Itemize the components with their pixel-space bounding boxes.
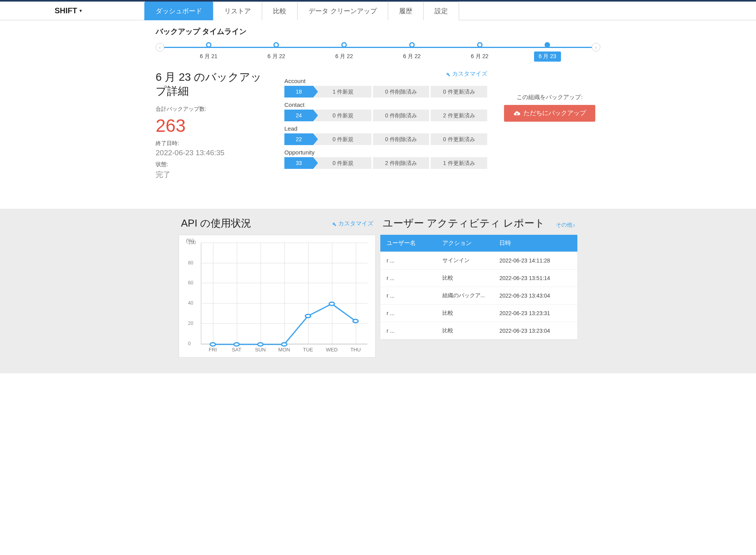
object-name: Lead [284, 125, 487, 132]
api-customize-link[interactable]: カスタマイズ [331, 220, 373, 227]
activity-table: ユーザー名アクション日時 r ...サインイン2022-06-23 14:11:… [380, 235, 577, 339]
backup-side: この組織をバックアップ: ただちにバックアップ [499, 70, 600, 184]
xtick-label: WED [320, 347, 344, 353]
object-count: 22 [284, 133, 313, 145]
api-usage-panel: API の使用状況 カスタマイズ (%) 020406080100 FRISAT… [179, 214, 376, 358]
object-updated: 0 件更新済み [431, 133, 487, 145]
timeline-dot[interactable] [341, 42, 347, 48]
ytick-label: 60 [188, 280, 193, 285]
timeline-point: 6 月 22 [456, 42, 503, 62]
timeline-dot[interactable] [273, 42, 279, 48]
timeline-dot[interactable] [206, 42, 211, 48]
cell-user: r ... [380, 269, 436, 287]
details-summary: 6 月 23 のバックアップ詳細 合計バックアップ数: 263 終了日時: 20… [156, 70, 273, 184]
table-row[interactable]: r ...比較2022-06-23 13:51:14 [380, 269, 577, 287]
nav-tab-2[interactable]: 比較 [262, 2, 298, 20]
svg-point-1 [234, 343, 240, 346]
table-header: ユーザー名 [380, 235, 436, 252]
details-title: 6 月 23 のバックアップ詳細 [156, 70, 273, 99]
header-bar: SHIFT ▾ ダッシュボードリストア比較データ クリーンアップ履歴設定 [0, 2, 756, 20]
timeline-point: 6 月 22 [253, 42, 300, 62]
object-count: 18 [284, 86, 313, 98]
nav-tab-4[interactable]: 履歴 [388, 2, 424, 20]
ytick-label: 0 [188, 341, 191, 346]
object-stats: 220 件新規0 件削除済み0 件更新済み [284, 133, 487, 145]
xtick-label: FRI [201, 347, 225, 353]
table-header: 日時 [493, 235, 577, 252]
svg-point-2 [258, 343, 263, 346]
timeline-label: 6 月 21 [195, 51, 222, 62]
timeline-dot[interactable] [545, 42, 550, 48]
backup-now-button[interactable]: ただちにバックアップ [504, 105, 595, 122]
object-stats: 330 件新規2 件削除済み1 件更新済み [284, 157, 487, 169]
api-usage-chart: (%) 020406080100 [201, 243, 367, 344]
nav-tab-1[interactable]: リストア [213, 2, 262, 20]
backup-hint: この組織をバックアップ: [499, 94, 600, 101]
cell-action: 比較 [436, 269, 493, 287]
timeline-label: 6 月 22 [466, 51, 493, 62]
wrench-icon [331, 221, 337, 227]
ytick-label: 40 [188, 300, 193, 306]
cell-time: 2022-06-23 14:11:28 [493, 252, 577, 269]
cell-time: 2022-06-23 13:43:04 [493, 287, 577, 304]
activity-more-link[interactable]: その他 › [556, 222, 575, 229]
nav-tab-3[interactable]: データ クリーンアップ [297, 2, 388, 20]
cell-time: 2022-06-23 13:23:31 [493, 304, 577, 322]
timeline-label: 6 月 22 [398, 51, 425, 62]
svg-point-4 [305, 314, 311, 317]
timeline-prev-button[interactable]: ‹ [156, 43, 164, 51]
chart-x-axis: FRISATSUNMONTUEWEDTHU [201, 347, 367, 353]
total-value: 263 [156, 115, 273, 136]
timeline-dot[interactable] [477, 42, 483, 48]
timeline-title: バックアップ タイムライン [156, 27, 600, 37]
nav-tab-5[interactable]: 設定 [423, 2, 459, 20]
svg-point-3 [282, 343, 287, 346]
xtick-label: SAT [225, 347, 248, 353]
object-deleted: 0 件削除済み [373, 110, 429, 121]
object-deleted: 2 件削除済み [373, 157, 429, 169]
object-deleted: 0 件削除済み [373, 86, 429, 98]
object-name: Opportunity [284, 149, 487, 156]
table-row[interactable]: r ...比較2022-06-23 13:23:04 [380, 322, 577, 339]
object-count: 33 [284, 157, 313, 169]
timeline-label: 6 月 22 [263, 51, 290, 62]
table-row[interactable]: r ...比較2022-06-23 13:23:31 [380, 304, 577, 322]
total-label: 合計バックアップ数: [156, 106, 273, 113]
cell-action: サインイン [436, 252, 493, 269]
object-stats: 240 件新規0 件削除済み2 件更新済み [284, 110, 487, 121]
brand-selector[interactable]: SHIFT ▾ [55, 6, 82, 15]
backup-details: 6 月 23 のバックアップ詳細 合計バックアップ数: 263 終了日時: 20… [156, 70, 600, 184]
activity-title: ユーザー アクティビティ レポート [383, 216, 545, 230]
object-new: 0 件新規 [315, 157, 371, 169]
activity-more-label: その他 [556, 222, 572, 229]
nav-tab-0[interactable]: ダッシュボード [144, 2, 213, 20]
object-group: Lead220 件新規0 件削除済み0 件更新済み [284, 125, 487, 145]
xtick-label: TUE [296, 347, 320, 353]
object-group: Opportunity330 件新規2 件削除済み1 件更新済み [284, 149, 487, 169]
table-row[interactable]: r ...組織のバックア...2022-06-23 13:43:04 [380, 287, 577, 304]
finished-label: 終了日時: [156, 140, 273, 147]
customize-label: カスタマイズ [452, 70, 487, 78]
object-count: 24 [284, 110, 313, 121]
cell-user: r ... [380, 322, 436, 339]
xtick-label: THU [344, 347, 367, 353]
timeline-next-button[interactable]: › [592, 43, 600, 51]
timeline-point: 6 月 23 [524, 42, 571, 62]
ytick-label: 100 [188, 240, 196, 245]
wrench-icon [445, 71, 451, 77]
svg-point-6 [353, 319, 358, 323]
backup-now-label: ただちにバックアップ [524, 109, 586, 117]
cell-action: 比較 [436, 304, 493, 322]
timeline-point: 6 月 22 [389, 42, 435, 62]
object-name: Contact [284, 101, 487, 108]
customize-link[interactable]: カスタマイズ [445, 70, 487, 78]
table-row[interactable]: r ...サインイン2022-06-23 14:11:28 [380, 252, 577, 269]
cell-user: r ... [380, 252, 436, 269]
chart-box: (%) 020406080100 FRISATSUNMONTUEWEDTHU [179, 235, 376, 358]
svg-point-0 [210, 343, 216, 346]
timeline-dot[interactable] [409, 42, 415, 48]
cell-user: r ... [380, 304, 436, 322]
object-updated: 2 件更新済み [431, 110, 487, 121]
xtick-label: SUN [248, 347, 272, 353]
object-updated: 1 件更新済み [431, 157, 487, 169]
